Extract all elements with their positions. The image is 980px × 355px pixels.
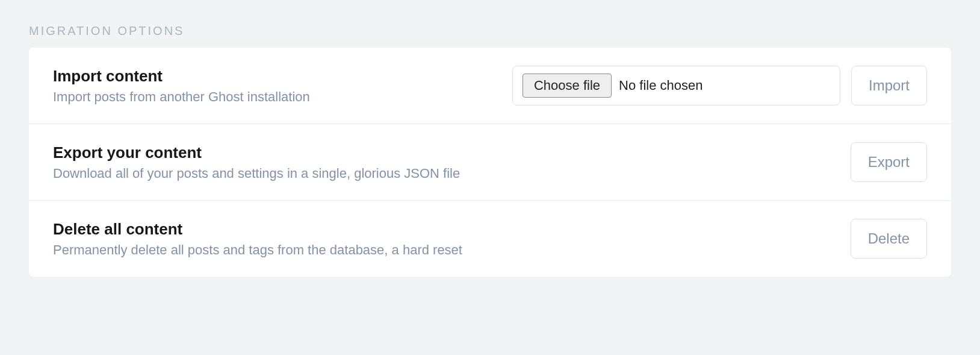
import-button[interactable]: Import [851,66,927,105]
delete-text-block: Delete all content Permanently delete al… [53,220,851,258]
file-status-text: No file chosen [619,78,702,93]
export-content-row: Export your content Download all of your… [29,124,951,201]
export-button[interactable]: Export [851,142,927,182]
import-text-block: Import content Import posts from another… [53,67,512,105]
import-description: Import posts from another Ghost installa… [53,89,512,105]
import-title: Import content [53,67,512,86]
delete-controls: Delete [851,219,927,259]
section-heading: MIGRATION OPTIONS [29,24,951,38]
delete-content-row: Delete all content Permanently delete al… [29,201,951,277]
import-content-row: Import content Import posts from another… [29,48,951,124]
export-description: Download all of your posts and settings … [53,166,851,181]
import-controls: Choose file No file chosen Import [512,66,927,105]
export-text-block: Export your content Download all of your… [53,143,851,181]
export-title: Export your content [53,143,851,162]
delete-button[interactable]: Delete [851,219,927,259]
delete-description: Permanently delete all posts and tags fr… [53,242,851,258]
migration-options-card: Import content Import posts from another… [29,48,951,277]
export-controls: Export [851,142,927,182]
choose-file-button[interactable]: Choose file [523,74,612,98]
delete-title: Delete all content [53,220,851,239]
file-picker[interactable]: Choose file No file chosen [512,66,840,105]
